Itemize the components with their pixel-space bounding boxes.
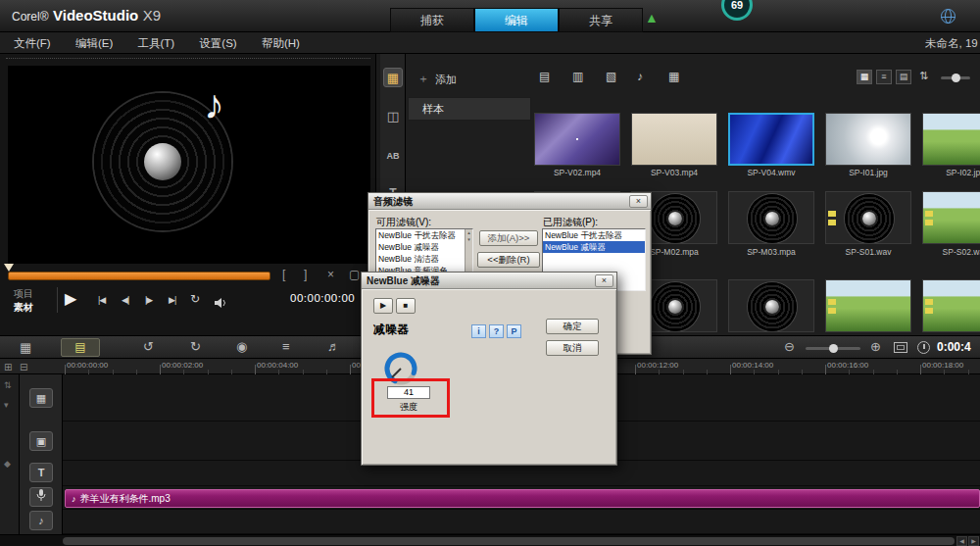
preview-timecode[interactable]: 00:00:00:00 — [290, 292, 355, 304]
help-button[interactable]: ? — [489, 324, 504, 338]
add-folder-label[interactable]: 添加 — [435, 73, 457, 87]
ruler-label: 00:00:04:00 — [257, 361, 298, 370]
media-library-icon[interactable]: ▦ — [383, 68, 403, 87]
music-track-icon[interactable]: ♪ — [29, 511, 53, 530]
track-swap-icon[interactable]: ⇅ — [4, 380, 12, 390]
horizontal-scrollbar: ◀ ▶ — [0, 534, 980, 546]
info-button[interactable]: i — [471, 324, 486, 338]
timeline-view-button[interactable]: ▤ — [61, 338, 100, 357]
previous-frame-button[interactable]: ◀| — [122, 295, 128, 305]
auto-music-button[interactable]: ♬ — [327, 339, 340, 354]
menu-help[interactable]: 帮助(H) — [262, 37, 300, 49]
export-arrow-icon[interactable]: ▲ — [645, 10, 659, 25]
audio-filter-icon[interactable]: ♪ — [637, 70, 643, 83]
record-capture-button[interactable]: ◉ — [236, 339, 247, 354]
mode-project[interactable]: 项目 — [14, 287, 33, 301]
music-clip[interactable]: ♪养羊业有利条件.mp3 — [65, 489, 980, 508]
close-icon[interactable]: × — [595, 274, 613, 287]
transition-library-icon[interactable]: ◫ — [383, 107, 403, 126]
view-list-button[interactable]: ≡ — [876, 70, 892, 84]
preset-button[interactable]: P — [507, 324, 521, 338]
ruler-label: 00:00:14:00 — [732, 361, 773, 370]
view-detail-button[interactable]: ▤ — [896, 70, 911, 84]
home-button[interactable]: |◀ — [98, 295, 105, 305]
duration-clock-icon[interactable] — [917, 341, 930, 354]
list-item[interactable]: NewBlue 清洁器 — [376, 253, 472, 265]
ok-button[interactable]: 确定 — [546, 319, 599, 334]
globe-icon[interactable] — [941, 9, 956, 24]
thumbnail-photo[interactable] — [825, 113, 911, 166]
gallery-filter-icon[interactable]: ▦ — [668, 70, 679, 83]
voice-track-icon[interactable] — [29, 487, 53, 507]
title-track-icon[interactable]: T — [29, 463, 53, 482]
chevron-icon[interactable]: ▾ — [4, 400, 9, 410]
view-thumbnail-button[interactable]: ▦ — [857, 70, 872, 84]
mark-in-button[interactable]: [ — [282, 268, 285, 281]
zoom-in-button[interactable]: ⊕ — [870, 339, 881, 354]
thumbnail-audio[interactable] — [825, 191, 911, 244]
zoom-out-button[interactable]: ⊖ — [784, 339, 795, 354]
seekbar[interactable] — [8, 272, 270, 280]
thumbnail-audio[interactable] — [728, 191, 814, 244]
tab-capture[interactable]: 捕获 — [390, 8, 474, 32]
track-collapse-icon[interactable]: ⊟ — [20, 362, 27, 372]
add-filter-button[interactable]: 添加(A)>> — [479, 230, 538, 246]
scrollbar-thumb[interactable] — [63, 537, 955, 545]
scroll-right-button[interactable]: ▶ — [968, 536, 979, 546]
thumbnail-video[interactable] — [631, 113, 717, 166]
menu-file[interactable]: 文件(F) — [14, 37, 51, 49]
preview-play-button[interactable]: ▶ — [373, 298, 393, 314]
thumbnail-photo[interactable] — [922, 113, 980, 166]
enlarge-preview-button[interactable]: ▢ — [349, 268, 360, 281]
thumbnail-video[interactable] — [534, 113, 620, 166]
folder-item-samples[interactable]: 样本 — [408, 97, 531, 121]
thumbnail-audio[interactable] — [922, 191, 980, 244]
menu-settings[interactable]: 设置(S) — [199, 37, 236, 49]
tab-share[interactable]: 共享 — [559, 8, 643, 32]
remove-filter-button[interactable]: <<删除(R) — [477, 252, 540, 268]
video-track-icon[interactable]: ▦ — [29, 388, 53, 408]
sort-icon[interactable]: ⇅ — [919, 70, 928, 82]
thumb-size-slider-handle[interactable] — [952, 74, 960, 82]
marker-icon[interactable]: ◆ — [4, 459, 11, 469]
close-icon[interactable]: × — [629, 195, 648, 208]
list-item-selected[interactable]: NewBlue 减噪器 — [543, 241, 645, 253]
tab-edit[interactable]: 编辑 — [474, 8, 559, 32]
add-folder-icon[interactable]: ＋ — [417, 71, 429, 87]
notification-badge[interactable]: 69 — [721, 0, 753, 21]
thumbnail-audio[interactable] — [728, 279, 814, 332]
timeline-zoom-slider-handle[interactable] — [829, 344, 838, 353]
redo-button[interactable]: ↻ — [190, 339, 201, 354]
folder-filter-icon[interactable]: ▤ — [539, 70, 550, 83]
split-clip-button[interactable]: × — [327, 268, 334, 281]
end-button[interactable]: ▶| — [169, 295, 175, 305]
list-item[interactable]: NewBlue 减噪器 — [376, 241, 472, 253]
preview-stop-button[interactable]: ■ — [396, 298, 416, 314]
cancel-button[interactable]: 取消 — [546, 340, 599, 356]
sound-mixer-button[interactable]: ≡ — [282, 339, 290, 354]
seekbar-playhead[interactable] — [4, 264, 14, 272]
scroll-left-button[interactable]: ◀ — [956, 536, 967, 546]
undo-button[interactable]: ↺ — [143, 339, 154, 354]
play-button[interactable]: ▶ — [65, 289, 76, 308]
menu-tools[interactable]: 工具(T) — [137, 37, 174, 49]
video-filter-icon[interactable]: ▥ — [572, 70, 583, 83]
next-frame-button[interactable]: |▶ — [145, 295, 152, 305]
storyboard-view-button[interactable]: ▦ — [20, 340, 31, 355]
thumbnail-video-selected[interactable] — [728, 113, 814, 166]
menu-edit[interactable]: 编辑(E) — [75, 37, 113, 49]
mark-out-button[interactable]: ] — [304, 268, 307, 281]
music-track-row[interactable] — [63, 510, 980, 534]
list-item[interactable]: NewBlue 干扰去除器 — [543, 229, 645, 241]
overlay-track-icon[interactable]: ▣ — [29, 431, 53, 451]
volume-button[interactable] — [214, 295, 227, 313]
list-item[interactable]: NewBlue 干扰去除器 — [376, 229, 472, 241]
fit-timeline-button[interactable] — [894, 342, 907, 353]
track-manager-icon[interactable]: ⊞ — [4, 362, 12, 372]
thumbnail-photo[interactable] — [922, 279, 980, 332]
photo-filter-icon[interactable]: ▧ — [606, 70, 616, 83]
thumbnail-photo[interactable] — [825, 279, 911, 332]
overlay-ab-icon[interactable]: AB — [383, 146, 403, 166]
repeat-button[interactable]: ↻ — [190, 292, 200, 306]
mode-clip[interactable]: 素材 — [14, 301, 33, 315]
